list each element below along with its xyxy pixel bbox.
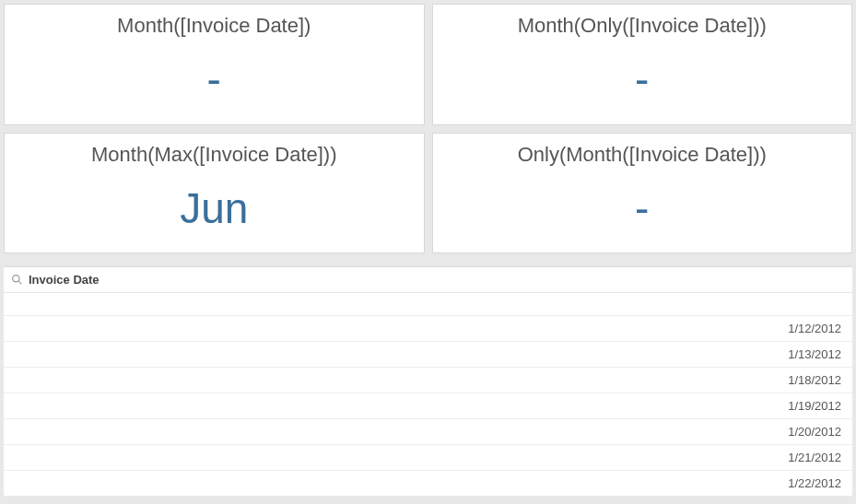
kpi-value: - [207, 45, 221, 115]
list-item[interactable]: 1/18/2012 [4, 367, 852, 393]
kpi-title: Month(Max([Invoice Date])) [91, 143, 337, 167]
kpi-value: - [635, 45, 649, 115]
kpi-title: Month([Invoice Date]) [117, 14, 311, 38]
kpi-title: Month(Only([Invoice Date])) [518, 14, 767, 38]
list-item[interactable]: 1/20/2012 [4, 418, 852, 444]
kpi-card[interactable]: Month([Invoice Date]) - [4, 4, 425, 125]
list-item[interactable]: 1/12/2012 [4, 315, 852, 341]
list-panel: Invoice Date 1/12/2012 1/13/2012 1/18/20… [4, 266, 852, 496]
list-item[interactable]: 1/22/2012 [4, 470, 852, 496]
list-header[interactable]: Invoice Date [4, 267, 852, 293]
list-header-label: Invoice Date [29, 273, 100, 287]
kpi-value: - [635, 174, 649, 244]
kpi-title: Only(Month([Invoice Date])) [518, 143, 767, 167]
list-spacer [4, 293, 852, 315]
svg-line-1 [18, 281, 21, 284]
kpi-grid: Month([Invoice Date]) - Month(Only([Invo… [0, 0, 856, 253]
kpi-card[interactable]: Only(Month([Invoice Date])) - [432, 133, 853, 254]
list-item[interactable]: 1/21/2012 [4, 444, 852, 470]
kpi-card[interactable]: Month(Max([Invoice Date])) Jun [4, 133, 425, 254]
svg-point-0 [13, 275, 19, 282]
divider [0, 253, 856, 263]
list-item[interactable]: 1/13/2012 [4, 341, 852, 367]
kpi-card[interactable]: Month(Only([Invoice Date])) - [432, 4, 853, 125]
search-icon [11, 274, 23, 286]
list-item[interactable]: 1/19/2012 [4, 393, 852, 418]
kpi-value: Jun [180, 174, 248, 244]
